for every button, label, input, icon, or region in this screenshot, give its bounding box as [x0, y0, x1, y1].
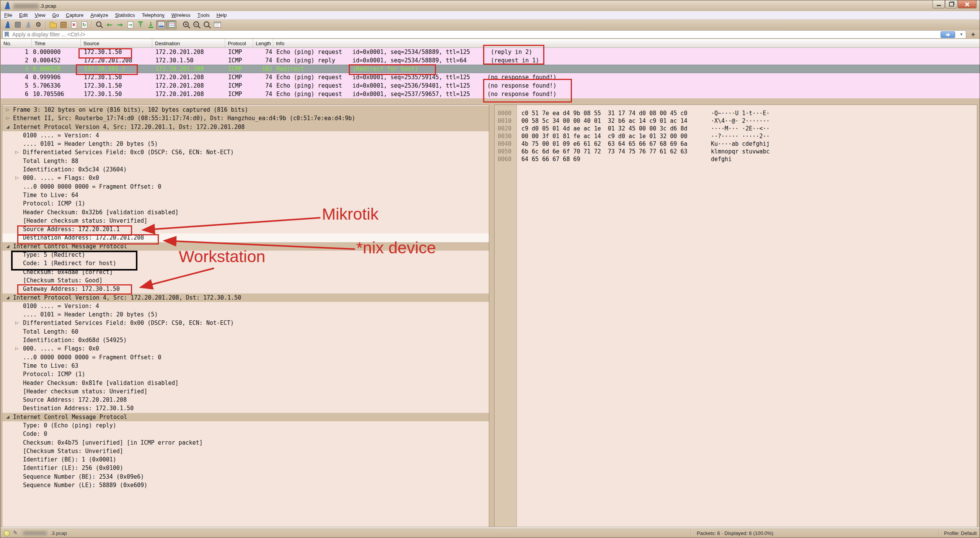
collapse-toggle-icon[interactable]: ◢: [6, 413, 9, 421]
detail-line[interactable]: [Header checksum status: Unverified]: [2, 217, 489, 225]
detail-line[interactable]: Total Length: 88: [2, 157, 489, 165]
apply-filter-button[interactable]: [941, 31, 955, 38]
filter-bookmark-icon[interactable]: [5, 32, 9, 37]
column-header-length[interactable]: Length: [253, 39, 273, 47]
hex-row[interactable]: 00404b 75 00 01 09 e6 61 62 63 64 65 66 …: [495, 140, 977, 148]
packet-detail-pane[interactable]: ▷Frame 3: 102 bytes on wire (816 bits), …: [2, 104, 489, 528]
expand-toggle-icon[interactable]: ▷: [6, 106, 9, 114]
display-filter-input[interactable]: Apply a display filter ... <Ctrl-/> ▾: [2, 30, 966, 39]
autoscroll-toggle[interactable]: [156, 20, 166, 29]
detail-line[interactable]: [Header checksum status: Unverified]: [2, 387, 489, 396]
zoom-in-button[interactable]: +: [181, 20, 191, 29]
reload-file-button[interactable]: ↻: [79, 20, 89, 29]
menu-view[interactable]: View: [31, 11, 49, 19]
detail-line[interactable]: Protocol: ICMP (1): [2, 199, 489, 208]
packet-row-5[interactable]: 55.706336172.30.1.50172.20.201.208ICMP74…: [1, 82, 980, 90]
restore-button[interactable]: [945, 0, 957, 8]
detail-line[interactable]: Identification: 0xd68d (54925): [2, 336, 489, 344]
detail-line[interactable]: Identifier (BE): 1 (0x0001): [2, 455, 489, 464]
detail-line[interactable]: Destination Address: 172.30.1.50: [2, 404, 489, 412]
capture-options-gear-icon[interactable]: ⚙: [33, 20, 43, 29]
find-packet-button[interactable]: [94, 20, 104, 29]
detail-line[interactable]: Identification: 0x5c34 (23604): [2, 165, 489, 174]
detail-line[interactable]: Code: 1 (Redirect for host): [2, 259, 489, 267]
filter-dropdown-caret[interactable]: ▾: [960, 32, 962, 37]
zoom-reset-button[interactable]: [202, 20, 212, 29]
minimize-button[interactable]: [933, 0, 945, 8]
detail-line[interactable]: [Checksum Status: Good]: [2, 276, 489, 285]
detail-line[interactable]: Source Address: 172.20.201.1: [2, 225, 489, 233]
save-file-button[interactable]: [59, 20, 69, 29]
detail-line[interactable]: Type: 5 (Redirect): [2, 251, 489, 259]
collapse-toggle-icon[interactable]: ◢: [6, 293, 9, 302]
hex-row[interactable]: 006064 65 66 67 68 69defghi: [495, 155, 977, 163]
detail-line[interactable]: Code: 0: [2, 430, 489, 438]
detail-line[interactable]: 0100 .... = Version: 4: [2, 131, 489, 140]
detail-line[interactable]: ◢Internet Protocol Version 4, Src: 172.2…: [2, 123, 489, 131]
column-header-time[interactable]: Time: [32, 39, 81, 47]
detail-line[interactable]: Checksum: 0x4dae [correct]: [2, 268, 489, 276]
column-header-source[interactable]: Source: [81, 39, 152, 47]
packet-row-3[interactable]: 30.000628172.20.201.1172.20.201.208ICMP1…: [1, 65, 980, 73]
zoom-out-button[interactable]: −: [192, 20, 202, 29]
close-file-button[interactable]: ✕: [69, 20, 79, 29]
menu-statistics[interactable]: Statistics: [111, 11, 138, 19]
detail-line[interactable]: Time to Live: 63: [2, 362, 489, 370]
menu-edit[interactable]: Edit: [16, 11, 31, 19]
detail-line[interactable]: ▷Ethernet II, Src: Routerbo_17:74:d0 (08…: [2, 114, 489, 122]
detail-line[interactable]: Header Checksum: 0x32b6 [validation disa…: [2, 208, 489, 217]
hex-row[interactable]: 0020c9 d0 05 01 4d ae ac 1e 01 32 45 00 …: [495, 125, 977, 132]
capture-comment-icon[interactable]: ✎: [13, 530, 18, 536]
menu-help[interactable]: Help: [213, 11, 230, 19]
expand-toggle-icon[interactable]: ▷: [6, 114, 9, 122]
menu-analyze[interactable]: Analyze: [87, 11, 111, 19]
expert-info-icon[interactable]: [4, 530, 10, 536]
restart-capture-button[interactable]: [23, 20, 33, 29]
packet-bytes-pane[interactable]: 0000c0 51 7e ea d4 9b 08 55 31 17 74 d0 …: [494, 104, 977, 528]
detail-line[interactable]: [Checksum Status: Unverified]: [2, 447, 489, 455]
go-first-packet-button[interactable]: ↑: [136, 20, 145, 29]
packet-row-6[interactable]: 610.705506172.30.1.50172.20.201.208ICMP7…: [1, 90, 980, 98]
detail-line[interactable]: ◢Internet Protocol Version 4, Src: 172.2…: [2, 293, 489, 302]
menu-capture[interactable]: Capture: [62, 11, 87, 19]
detail-line[interactable]: Sequence Number (BE): 2534 (0x09e6): [2, 473, 489, 481]
menu-go[interactable]: Go: [49, 11, 62, 19]
start-capture-button[interactable]: [2, 20, 12, 29]
detail-line[interactable]: Sequence Number (LE): 58889 (0xe609): [2, 481, 489, 489]
hex-row[interactable]: 003000 00 3f 01 81 fe ac 14 c9 d0 ac 1e …: [495, 132, 977, 140]
colorize-toggle[interactable]: [167, 20, 176, 29]
detail-line[interactable]: ▷000. .... = Flags: 0x0: [2, 344, 489, 353]
go-forward-button[interactable]: →: [115, 20, 125, 29]
resize-columns-button[interactable]: [212, 20, 222, 29]
menu-telephony[interactable]: Telephony: [138, 11, 168, 19]
hex-row[interactable]: 001000 58 5c 34 00 00 40 01 32 b6 ac 14 …: [495, 117, 977, 125]
detail-line[interactable]: .... 0101 = Header Length: 20 bytes (5): [2, 310, 489, 319]
expand-toggle-icon[interactable]: ▷: [15, 319, 18, 327]
detail-line[interactable]: Total Length: 60: [2, 328, 489, 336]
detail-line[interactable]: Time to Live: 64: [2, 191, 489, 199]
detail-line[interactable]: Protocol: ICMP (1): [2, 370, 489, 378]
detail-line[interactable]: Destination Address: 172.20.201.208: [2, 233, 489, 242]
column-header-info[interactable]: Info: [273, 39, 980, 47]
detail-line[interactable]: ...0 0000 0000 0000 = Fragment Offset: 0: [2, 183, 489, 191]
go-back-button[interactable]: ←: [105, 20, 114, 29]
detail-line[interactable]: ▷Differentiated Services Field: 0xc0 (DS…: [2, 148, 489, 157]
detail-line[interactable]: .... 0101 = Header Length: 20 bytes (5): [2, 140, 489, 148]
go-to-packet-button[interactable]: →: [125, 20, 135, 29]
collapse-toggle-icon[interactable]: ◢: [6, 242, 9, 251]
detail-line[interactable]: ▷000. .... = Flags: 0x0: [2, 174, 489, 182]
column-header-no[interactable]: No.: [1, 39, 32, 47]
expand-toggle-icon[interactable]: ▷: [15, 148, 18, 157]
collapse-toggle-icon[interactable]: ◢: [6, 123, 9, 131]
detail-line[interactable]: ▷Frame 3: 102 bytes on wire (816 bits), …: [2, 106, 489, 114]
expand-toggle-icon[interactable]: ▷: [15, 344, 18, 353]
detail-line[interactable]: ▷Differentiated Services Field: 0x00 (DS…: [2, 319, 489, 327]
detail-line[interactable]: 0100 .... = Version: 4: [2, 302, 489, 310]
column-header-destination[interactable]: Destination: [152, 39, 225, 47]
detail-line[interactable]: ◢Internet Control Message Protocol: [2, 413, 489, 421]
detail-line[interactable]: Identifier (LE): 256 (0x0100): [2, 464, 489, 472]
detail-line[interactable]: ◢Internet Control Message Protocol: [2, 242, 489, 251]
packet-row-4[interactable]: 40.999906172.30.1.50172.20.201.208ICMP74…: [1, 73, 980, 82]
menu-wireless[interactable]: Wireless: [168, 11, 194, 19]
detail-line[interactable]: Type: 0 (Echo (ping) reply): [2, 421, 489, 430]
